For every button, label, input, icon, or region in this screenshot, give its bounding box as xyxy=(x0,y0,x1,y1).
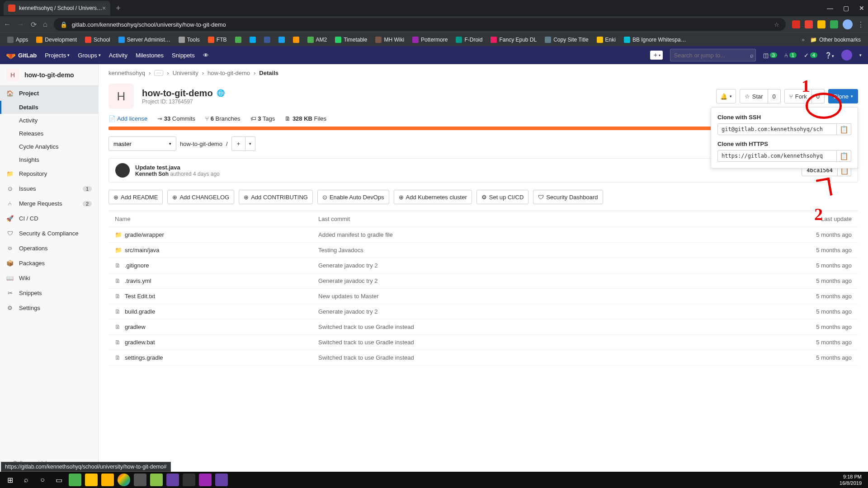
bookmark-item[interactable]: FTB xyxy=(205,37,230,43)
clone-https-input[interactable] xyxy=(717,150,837,162)
bookmark-item[interactable] xyxy=(290,37,302,43)
action-add-readme[interactable]: ⊕ Add README xyxy=(108,190,163,204)
action-security-dashboard[interactable]: 🛡 Security Dashboard xyxy=(533,190,603,204)
bookmark-item[interactable]: BB Ignore Whitespa… xyxy=(621,37,689,43)
crumb[interactable]: how-to-git-demo xyxy=(208,70,250,76)
user-avatar[interactable] xyxy=(841,50,852,61)
search-icon[interactable]: ⌕ xyxy=(18,472,34,488)
search-input[interactable] xyxy=(674,52,750,59)
star-icon[interactable]: ☆ xyxy=(774,21,779,28)
action-add-kubernetes-cluster[interactable]: ⊕ Add Kubernetes cluster xyxy=(394,190,472,204)
back-icon[interactable]: ← xyxy=(4,20,11,28)
nav-binoculars-icon[interactable]: 👁 xyxy=(203,52,209,59)
sidebar-item-settings[interactable]: ⚙Settings xyxy=(0,300,98,315)
branch-select[interactable]: master▾ xyxy=(108,136,176,151)
table-row[interactable]: 🗎.gitignoreGenerate javadoc try 25 month… xyxy=(108,258,858,273)
sidebar-sub-activity[interactable]: Activity xyxy=(0,114,98,127)
bookmark-item[interactable]: Tools xyxy=(176,37,203,43)
bookmark-item[interactable]: Apps xyxy=(5,37,31,43)
system-clock[interactable]: 9:18 PM16/8/2019 xyxy=(840,474,866,487)
star-count[interactable]: 0 xyxy=(768,89,781,103)
star-button[interactable]: ☆ Star xyxy=(740,89,768,103)
bookmark-item[interactable]: F-Droid xyxy=(453,37,485,43)
chrome-icon[interactable] xyxy=(118,474,130,486)
commits-link[interactable]: ⊸ 33 Commits xyxy=(157,115,195,122)
search-box[interactable]: ⌕ xyxy=(670,49,756,61)
table-row[interactable]: 🗎.travis.ymlGenerate javadoc try 25 mont… xyxy=(108,273,858,289)
copy-https-button[interactable]: 📋 xyxy=(837,150,851,162)
nav-todos[interactable]: ✓4 xyxy=(804,52,817,59)
commit-author-avatar[interactable] xyxy=(115,163,130,178)
action-add-changelog[interactable]: ⊕ Add CHANGELOG xyxy=(167,190,234,204)
nav-mrs[interactable]: ⑃1 xyxy=(784,52,797,59)
app-icon[interactable] xyxy=(134,474,146,486)
explorer-icon[interactable] xyxy=(85,474,98,486)
bookmark-item[interactable] xyxy=(261,37,273,43)
fork-button[interactable]: ⑂ Fork xyxy=(784,89,812,103)
minimize-icon[interactable]: — xyxy=(827,5,833,12)
bookmark-item[interactable] xyxy=(247,37,259,43)
bookmark-item[interactable]: Enki xyxy=(594,37,618,43)
home-icon[interactable]: ⌂ xyxy=(43,20,47,28)
commit-title[interactable]: Update test.java xyxy=(135,164,220,171)
other-bookmarks[interactable]: 📁 Other bookmarks xyxy=(807,37,863,43)
branches-link[interactable]: ⑂ 6 Branches xyxy=(205,115,240,122)
app-icon[interactable] xyxy=(166,474,179,486)
bookmarks-overflow[interactable]: » xyxy=(802,37,805,43)
maximize-icon[interactable]: ▢ xyxy=(843,5,849,12)
taskview-icon[interactable]: ▭ xyxy=(51,472,67,488)
add-license-link[interactable]: 📄 Add license xyxy=(108,115,147,122)
clone-ssh-input[interactable] xyxy=(717,123,837,135)
tags-link[interactable]: 🏷 3 Tags xyxy=(250,115,275,122)
bookmark-item[interactable] xyxy=(276,37,288,43)
table-row[interactable]: 📁src/main/javaTesting Javadocs5 months a… xyxy=(108,243,858,258)
sidebar-sub-details[interactable]: Details xyxy=(0,101,98,114)
add-file-menu[interactable]: ▾ xyxy=(245,136,255,151)
ext-icon[interactable] xyxy=(792,20,800,28)
sidebar-item-security-compliance[interactable]: 🛡Security & Compliance xyxy=(0,226,98,241)
sidebar-item-issues[interactable]: ⊙Issues1 xyxy=(0,181,98,196)
address-bar[interactable]: 🔒 gitlab.com/kennethsohyq/school/univers… xyxy=(54,18,786,31)
sidebar-item-project[interactable]: 🏠Project xyxy=(0,86,98,101)
sidebar-item-operations[interactable]: ⛭Operations xyxy=(0,241,98,256)
bookmark-item[interactable]: AM2 xyxy=(305,37,330,43)
bookmark-item[interactable]: Timetable xyxy=(332,37,370,43)
sidebar-sub-releases[interactable]: Releases xyxy=(0,127,98,140)
ext-icon[interactable] xyxy=(830,20,838,28)
app-icon[interactable] xyxy=(215,474,228,486)
new-tab-button[interactable]: + xyxy=(116,4,121,13)
sidebar-sub-insights[interactable]: Insights xyxy=(0,153,98,166)
menu-icon[interactable]: ⋮ xyxy=(857,20,864,29)
crumb[interactable]: University xyxy=(173,70,198,76)
table-row[interactable]: 🗎build.gradleGenerate javadoc try 25 mon… xyxy=(108,304,858,319)
nav-projects[interactable]: Projects▾ xyxy=(45,52,70,59)
fork-count[interactable]: 0 xyxy=(812,89,825,103)
table-row[interactable]: 🗎gradlew.batSwitched track to use Gradle… xyxy=(108,335,858,350)
sidebar-item-repository[interactable]: 📁Repository xyxy=(0,166,98,181)
reload-icon[interactable]: ⟳ xyxy=(31,20,37,29)
table-row[interactable]: 🗎Test Edit.txtNew updates to Master5 mon… xyxy=(108,289,858,304)
bookmark-item[interactable]: Fancy Epub DL xyxy=(488,37,539,43)
profile-avatar[interactable] xyxy=(843,19,853,29)
sidebar-item-snippets[interactable]: ✂Snippets xyxy=(0,286,98,300)
help-icon[interactable]: ❔▾ xyxy=(825,52,834,59)
path-segment[interactable]: how-to-git-demo xyxy=(180,141,222,147)
crumb[interactable]: kennethsohyq xyxy=(108,70,145,76)
table-row[interactable]: 🗎settings.gradleSwitched track to use Gr… xyxy=(108,350,858,366)
nav-groups[interactable]: Groups▾ xyxy=(78,52,101,59)
app-icon[interactable] xyxy=(199,474,212,486)
bookmark-item[interactable]: MH Wiki xyxy=(373,37,407,43)
nav-snippets[interactable]: Snippets xyxy=(172,52,195,59)
nav-issues[interactable]: ◫3 xyxy=(763,52,777,59)
ext-icon[interactable] xyxy=(805,20,813,28)
sidebar-item-merge-requests[interactable]: ⑃Merge Requests2 xyxy=(0,196,98,211)
clone-button[interactable]: Clone ▾ xyxy=(828,89,858,103)
close-icon[interactable]: × xyxy=(102,5,106,12)
files-size[interactable]: 🗎 328 KB Files xyxy=(285,115,326,122)
new-button[interactable]: ＋▾ xyxy=(650,51,663,60)
browser-tab[interactable]: kennethsohyq / School / Univers… × xyxy=(4,1,110,15)
action-enable-auto-devops[interactable]: ⊙ Enable Auto DevOps xyxy=(317,190,389,204)
app-icon[interactable] xyxy=(150,474,163,486)
notification-button[interactable]: 🔔 ▾ xyxy=(716,89,736,103)
folder-icon[interactable] xyxy=(101,474,114,486)
